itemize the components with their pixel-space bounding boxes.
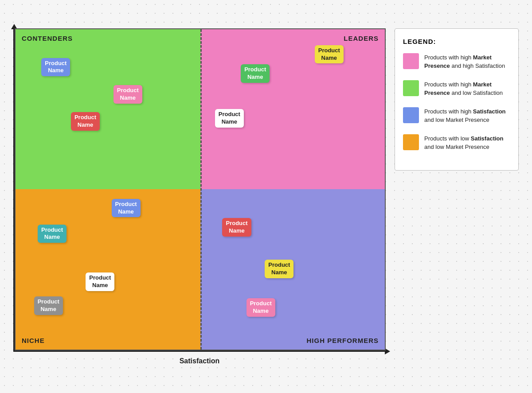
leaders-label: LEADERS <box>344 35 379 42</box>
highperformers-label: HIGH PERFORMERS <box>306 337 379 344</box>
quadrant-grid: CONTENDERS ProductName ProductName Produ… <box>15 28 386 350</box>
product-tag[interactable]: ProductName <box>241 64 270 83</box>
main-container: Market Presence Satisfaction CONTENDERS … <box>4 19 528 374</box>
x-axis <box>13 350 386 352</box>
product-tag[interactable]: ProductName <box>86 272 114 291</box>
product-tag[interactable]: ProductName <box>38 225 66 243</box>
legend-color-pink <box>403 53 419 69</box>
legend-text: Products with high Market Presence and l… <box>424 80 510 97</box>
contenders-label: CONTENDERS <box>22 35 73 42</box>
legend-box: LEGEND: Products with high Market Presen… <box>395 28 519 171</box>
product-tag[interactable]: ProductName <box>222 218 251 237</box>
quadrant-highperformers: HIGH PERFORMERS ProductName ProductName … <box>200 189 385 350</box>
product-tag[interactable]: ProductName <box>71 112 100 131</box>
quadrant-contenders: CONTENDERS ProductName ProductName Produ… <box>16 29 200 190</box>
product-tag[interactable]: ProductName <box>215 109 244 128</box>
product-tag[interactable]: ProductName <box>246 298 275 317</box>
legend-item: Products with high Market Presence and l… <box>403 80 510 97</box>
grid-wrapper: Satisfaction CONTENDERS ProductName Prod… <box>13 28 386 365</box>
product-tag[interactable]: ProductName <box>112 199 141 218</box>
quadrant-leaders: LEADERS ProductName ProductName ProductN… <box>200 29 385 190</box>
product-tag[interactable]: ProductName <box>34 296 63 315</box>
legend-color-green <box>403 80 419 96</box>
legend-text: Products with high Market Presence and h… <box>424 53 510 70</box>
chart-area: Market Presence Satisfaction CONTENDERS … <box>13 28 386 365</box>
product-tag[interactable]: ProductName <box>265 260 293 278</box>
x-axis-label: Satisfaction <box>180 357 220 365</box>
niche-label: NICHE <box>22 337 45 344</box>
legend-color-blue <box>403 107 419 123</box>
legend-color-orange <box>403 134 419 150</box>
legend-item: Products with low Satisfaction and low M… <box>403 134 510 152</box>
legend-title: LEGEND: <box>403 38 510 45</box>
product-tag[interactable]: ProductName <box>41 58 70 77</box>
product-tag[interactable]: ProductName <box>315 45 344 64</box>
legend-text: Products with low Satisfaction and low M… <box>424 134 510 152</box>
legend-item: Products with high Market Presence and h… <box>403 53 510 70</box>
product-tag[interactable]: ProductName <box>113 85 142 104</box>
legend-text: Products with high Satisfaction and low … <box>424 107 510 125</box>
quadrant-niche: NICHE ProductName ProductName ProductNam… <box>16 189 200 350</box>
legend-item: Products with high Satisfaction and low … <box>403 107 510 125</box>
